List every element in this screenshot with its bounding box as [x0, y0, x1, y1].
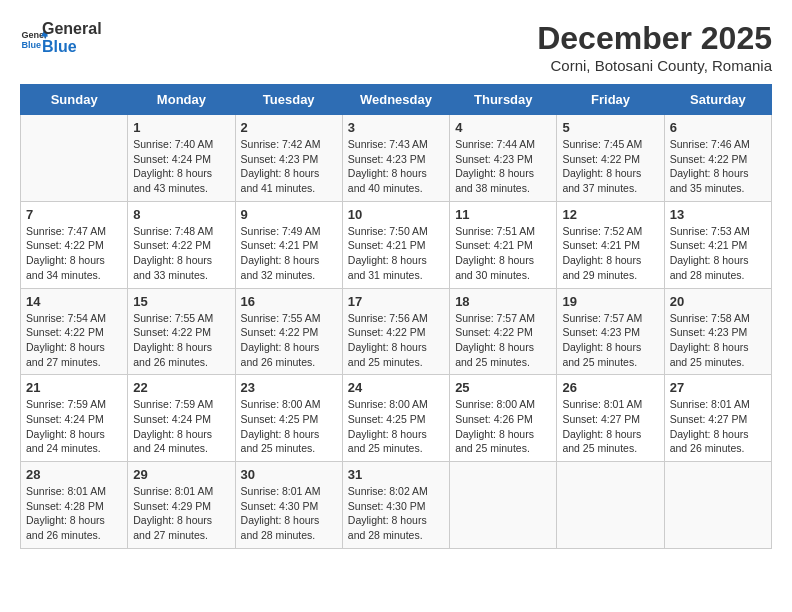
calendar-cell: 1Sunrise: 7:40 AMSunset: 4:24 PMDaylight… [128, 115, 235, 202]
day-number: 4 [455, 120, 551, 135]
calendar-cell: 17Sunrise: 7:56 AMSunset: 4:22 PMDayligh… [342, 288, 449, 375]
day-number: 26 [562, 380, 658, 395]
cell-sun-info: Sunrise: 7:49 AMSunset: 4:21 PMDaylight:… [241, 224, 337, 283]
calendar-cell: 3Sunrise: 7:43 AMSunset: 4:23 PMDaylight… [342, 115, 449, 202]
day-number: 23 [241, 380, 337, 395]
day-number: 20 [670, 294, 766, 309]
cell-sun-info: Sunrise: 7:40 AMSunset: 4:24 PMDaylight:… [133, 137, 229, 196]
calendar-cell [450, 462, 557, 549]
calendar-cell: 16Sunrise: 7:55 AMSunset: 4:22 PMDayligh… [235, 288, 342, 375]
day-number: 30 [241, 467, 337, 482]
cell-sun-info: Sunrise: 7:53 AMSunset: 4:21 PMDaylight:… [670, 224, 766, 283]
calendar-week-row: 7Sunrise: 7:47 AMSunset: 4:22 PMDaylight… [21, 201, 772, 288]
day-number: 2 [241, 120, 337, 135]
day-number: 22 [133, 380, 229, 395]
day-number: 29 [133, 467, 229, 482]
calendar-cell: 8Sunrise: 7:48 AMSunset: 4:22 PMDaylight… [128, 201, 235, 288]
cell-sun-info: Sunrise: 8:01 AMSunset: 4:27 PMDaylight:… [670, 397, 766, 456]
calendar-cell: 25Sunrise: 8:00 AMSunset: 4:26 PMDayligh… [450, 375, 557, 462]
day-number: 18 [455, 294, 551, 309]
calendar-cell [557, 462, 664, 549]
day-number: 10 [348, 207, 444, 222]
calendar-cell: 27Sunrise: 8:01 AMSunset: 4:27 PMDayligh… [664, 375, 771, 462]
calendar-cell: 2Sunrise: 7:42 AMSunset: 4:23 PMDaylight… [235, 115, 342, 202]
header-day-thursday: Thursday [450, 85, 557, 115]
day-number: 27 [670, 380, 766, 395]
header-day-monday: Monday [128, 85, 235, 115]
calendar-cell: 19Sunrise: 7:57 AMSunset: 4:23 PMDayligh… [557, 288, 664, 375]
calendar-cell: 18Sunrise: 7:57 AMSunset: 4:22 PMDayligh… [450, 288, 557, 375]
cell-sun-info: Sunrise: 7:51 AMSunset: 4:21 PMDaylight:… [455, 224, 551, 283]
calendar-cell: 5Sunrise: 7:45 AMSunset: 4:22 PMDaylight… [557, 115, 664, 202]
header-day-wednesday: Wednesday [342, 85, 449, 115]
cell-sun-info: Sunrise: 8:01 AMSunset: 4:29 PMDaylight:… [133, 484, 229, 543]
day-number: 21 [26, 380, 122, 395]
day-number: 24 [348, 380, 444, 395]
day-number: 19 [562, 294, 658, 309]
calendar-cell: 28Sunrise: 8:01 AMSunset: 4:28 PMDayligh… [21, 462, 128, 549]
cell-sun-info: Sunrise: 8:01 AMSunset: 4:27 PMDaylight:… [562, 397, 658, 456]
calendar-cell: 20Sunrise: 7:58 AMSunset: 4:23 PMDayligh… [664, 288, 771, 375]
cell-sun-info: Sunrise: 7:50 AMSunset: 4:21 PMDaylight:… [348, 224, 444, 283]
cell-sun-info: Sunrise: 7:44 AMSunset: 4:23 PMDaylight:… [455, 137, 551, 196]
header-day-saturday: Saturday [664, 85, 771, 115]
cell-sun-info: Sunrise: 7:48 AMSunset: 4:22 PMDaylight:… [133, 224, 229, 283]
header-day-tuesday: Tuesday [235, 85, 342, 115]
calendar-cell: 6Sunrise: 7:46 AMSunset: 4:22 PMDaylight… [664, 115, 771, 202]
calendar-header-row: SundayMondayTuesdayWednesdayThursdayFrid… [21, 85, 772, 115]
logo: General Blue General Blue [20, 20, 102, 55]
calendar-cell: 23Sunrise: 8:00 AMSunset: 4:25 PMDayligh… [235, 375, 342, 462]
cell-sun-info: Sunrise: 8:00 AMSunset: 4:25 PMDaylight:… [241, 397, 337, 456]
cell-sun-info: Sunrise: 7:56 AMSunset: 4:22 PMDaylight:… [348, 311, 444, 370]
logo-blue-text: Blue [42, 38, 102, 56]
calendar-week-row: 28Sunrise: 8:01 AMSunset: 4:28 PMDayligh… [21, 462, 772, 549]
day-number: 7 [26, 207, 122, 222]
cell-sun-info: Sunrise: 8:02 AMSunset: 4:30 PMDaylight:… [348, 484, 444, 543]
day-number: 12 [562, 207, 658, 222]
cell-sun-info: Sunrise: 7:57 AMSunset: 4:22 PMDaylight:… [455, 311, 551, 370]
cell-sun-info: Sunrise: 7:52 AMSunset: 4:21 PMDaylight:… [562, 224, 658, 283]
calendar-cell: 14Sunrise: 7:54 AMSunset: 4:22 PMDayligh… [21, 288, 128, 375]
cell-sun-info: Sunrise: 7:59 AMSunset: 4:24 PMDaylight:… [26, 397, 122, 456]
day-number: 8 [133, 207, 229, 222]
calendar-cell: 30Sunrise: 8:01 AMSunset: 4:30 PMDayligh… [235, 462, 342, 549]
cell-sun-info: Sunrise: 8:00 AMSunset: 4:25 PMDaylight:… [348, 397, 444, 456]
header-day-sunday: Sunday [21, 85, 128, 115]
calendar-cell: 26Sunrise: 8:01 AMSunset: 4:27 PMDayligh… [557, 375, 664, 462]
calendar-week-row: 1Sunrise: 7:40 AMSunset: 4:24 PMDaylight… [21, 115, 772, 202]
header: General Blue General Blue December 2025 … [20, 20, 772, 74]
svg-text:Blue: Blue [21, 39, 41, 49]
calendar-cell: 10Sunrise: 7:50 AMSunset: 4:21 PMDayligh… [342, 201, 449, 288]
calendar-cell: 31Sunrise: 8:02 AMSunset: 4:30 PMDayligh… [342, 462, 449, 549]
day-number: 28 [26, 467, 122, 482]
subtitle: Corni, Botosani County, Romania [537, 57, 772, 74]
calendar-week-row: 14Sunrise: 7:54 AMSunset: 4:22 PMDayligh… [21, 288, 772, 375]
calendar-cell: 11Sunrise: 7:51 AMSunset: 4:21 PMDayligh… [450, 201, 557, 288]
calendar-cell: 24Sunrise: 8:00 AMSunset: 4:25 PMDayligh… [342, 375, 449, 462]
calendar-cell: 21Sunrise: 7:59 AMSunset: 4:24 PMDayligh… [21, 375, 128, 462]
cell-sun-info: Sunrise: 7:42 AMSunset: 4:23 PMDaylight:… [241, 137, 337, 196]
day-number: 16 [241, 294, 337, 309]
day-number: 31 [348, 467, 444, 482]
day-number: 11 [455, 207, 551, 222]
cell-sun-info: Sunrise: 7:55 AMSunset: 4:22 PMDaylight:… [133, 311, 229, 370]
logo-general-text: General [42, 20, 102, 38]
cell-sun-info: Sunrise: 8:01 AMSunset: 4:28 PMDaylight:… [26, 484, 122, 543]
day-number: 13 [670, 207, 766, 222]
calendar-cell [21, 115, 128, 202]
cell-sun-info: Sunrise: 7:54 AMSunset: 4:22 PMDaylight:… [26, 311, 122, 370]
cell-sun-info: Sunrise: 8:01 AMSunset: 4:30 PMDaylight:… [241, 484, 337, 543]
day-number: 9 [241, 207, 337, 222]
calendar-week-row: 21Sunrise: 7:59 AMSunset: 4:24 PMDayligh… [21, 375, 772, 462]
header-day-friday: Friday [557, 85, 664, 115]
cell-sun-info: Sunrise: 7:58 AMSunset: 4:23 PMDaylight:… [670, 311, 766, 370]
cell-sun-info: Sunrise: 7:45 AMSunset: 4:22 PMDaylight:… [562, 137, 658, 196]
calendar-cell: 13Sunrise: 7:53 AMSunset: 4:21 PMDayligh… [664, 201, 771, 288]
calendar-cell: 15Sunrise: 7:55 AMSunset: 4:22 PMDayligh… [128, 288, 235, 375]
month-title: December 2025 [537, 20, 772, 57]
day-number: 6 [670, 120, 766, 135]
day-number: 14 [26, 294, 122, 309]
calendar-cell: 29Sunrise: 8:01 AMSunset: 4:29 PMDayligh… [128, 462, 235, 549]
day-number: 3 [348, 120, 444, 135]
day-number: 5 [562, 120, 658, 135]
